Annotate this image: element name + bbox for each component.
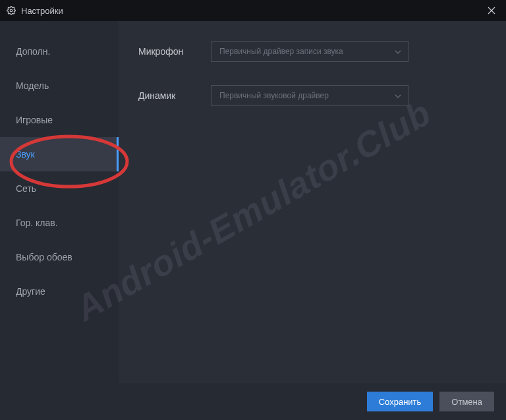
titlebar-left: Настройки [7, 6, 63, 16]
svg-point-0 [10, 9, 13, 12]
cancel-button-label: Отмена [451, 397, 482, 407]
microphone-select-value: Первичный драйвер записи звука [219, 47, 343, 56]
main-panel: Микрофон Первичный драйвер записи звука … [119, 21, 506, 383]
cancel-button[interactable]: Отмена [439, 392, 494, 411]
sidebar-item-gaming[interactable]: Игровые [0, 103, 119, 137]
close-button[interactable] [484, 3, 499, 18]
settings-window: Настройки Дополн. Модель Игровые Звук [0, 0, 506, 420]
sidebar-item-label: Звук [16, 149, 35, 160]
sidebar-item-model[interactable]: Модель [0, 69, 119, 103]
sidebar-item-extra[interactable]: Дополн. [0, 34, 119, 69]
save-button[interactable]: Сохранить [367, 392, 434, 411]
sidebar-item-wallpaper[interactable]: Выбор обоев [0, 240, 119, 274]
sidebar-item-label: Другие [16, 286, 45, 297]
content: Дополн. Модель Игровые Звук Сеть Гор. кл… [0, 21, 506, 383]
sidebar-item-network[interactable]: Сеть [0, 171, 119, 206]
chevron-down-icon [395, 47, 401, 56]
sidebar-item-label: Игровые [16, 115, 53, 125]
gear-icon [7, 6, 16, 15]
sidebar-item-label: Сеть [16, 183, 36, 194]
speaker-select[interactable]: Первичный звуковой драйвер [211, 85, 408, 106]
speaker-label: Динамик [138, 90, 211, 101]
speaker-row: Динамик Первичный звуковой драйвер [138, 85, 480, 106]
microphone-row: Микрофон Первичный драйвер записи звука [138, 41, 480, 62]
footer: Сохранить Отмена [0, 383, 506, 420]
save-button-label: Сохранить [379, 397, 422, 407]
sidebar-item-label: Модель [16, 80, 49, 91]
chevron-down-icon [395, 91, 401, 100]
microphone-label: Микрофон [138, 46, 211, 57]
sidebar-item-label: Дополн. [16, 46, 50, 57]
sidebar: Дополн. Модель Игровые Звук Сеть Гор. кл… [0, 21, 119, 383]
sidebar-item-label: Гор. клав. [16, 218, 58, 228]
speaker-select-value: Первичный звуковой драйвер [219, 91, 329, 100]
microphone-select[interactable]: Первичный драйвер записи звука [211, 41, 408, 62]
sidebar-item-label: Выбор обоев [16, 252, 72, 262]
titlebar: Настройки [0, 0, 506, 21]
sidebar-item-other[interactable]: Другие [0, 274, 119, 309]
window-title: Настройки [21, 6, 63, 16]
sidebar-item-hotkeys[interactable]: Гор. клав. [0, 206, 119, 240]
sidebar-item-sound[interactable]: Звук [0, 137, 119, 171]
